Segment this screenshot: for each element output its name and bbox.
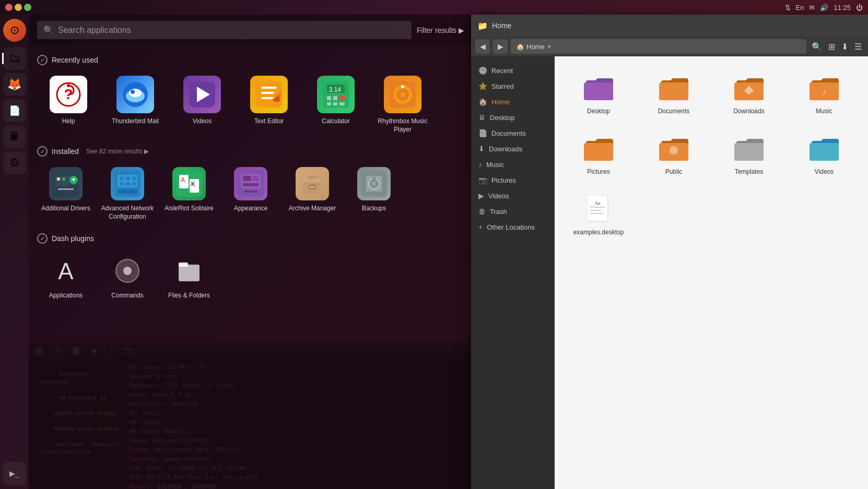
recently-used-header: ✓ Recently used: [37, 55, 464, 65]
fm-home-icon: 🏠: [516, 43, 524, 51]
videos-folder-label: Videos: [815, 168, 834, 175]
solitaire-label: AisleRiot Solitaire: [165, 205, 214, 213]
fm-sidebar-music[interactable]: ♪ Music: [471, 157, 555, 172]
mail-icon: ✉: [809, 4, 815, 11]
documents-folder-label: Documents: [658, 108, 690, 115]
launcher-icon-files[interactable]: 🗂: [3, 47, 26, 70]
launcher-icon-calc[interactable]: 🖩: [3, 125, 26, 148]
launcher-icon-terminal[interactable]: ▶_: [3, 462, 26, 485]
svg-rect-43: [126, 182, 130, 185]
pictures-folder-label: Pictures: [587, 168, 609, 175]
thunderbird-icon: [116, 76, 154, 113]
app-help[interactable]: ? Help: [37, 71, 100, 138]
see-more-link[interactable]: See 82 more results ▶: [86, 148, 149, 155]
installed-grid: Additional Drivers Ad: [37, 163, 464, 225]
svg-rect-45: [118, 189, 137, 194]
fm-sidebar-desktop[interactable]: 🖥 Desktop: [471, 110, 555, 125]
app-thunderbird[interactable]: Thunderbird Mail: [104, 71, 167, 138]
plugin-files-folders[interactable]: Files & Folders: [160, 250, 218, 304]
fm-sidebar-pictures[interactable]: 📷 Pictures: [471, 172, 555, 188]
fm-menu-button[interactable]: ☰: [852, 40, 864, 54]
app-backups[interactable]: Backups: [345, 163, 403, 225]
calc-icon: 🖩: [9, 130, 20, 144]
videos-label: Videos: [193, 117, 212, 126]
installed-check-icon: ✓: [37, 146, 48, 157]
svg-point-6: [131, 90, 135, 94]
search-input[interactable]: [58, 26, 405, 35]
dash-button[interactable]: ⊙: [3, 19, 26, 42]
svg-rect-56: [244, 190, 257, 193]
dash-overlay: 🔍 Filter results ▶ ✓ Recently used ?: [29, 15, 473, 489]
public-folder-icon: [657, 132, 690, 165]
launcher-icon-firefox[interactable]: 🦊: [3, 73, 26, 96]
fm-forward-button[interactable]: ▶: [493, 39, 508, 54]
additional-drivers-icon: [49, 167, 83, 200]
fm-file-documents[interactable]: Documents: [640, 67, 707, 119]
fm-sidebar-videos-label: Videos: [488, 192, 509, 200]
launcher-icon-libreoffice[interactable]: 📄: [3, 99, 26, 122]
app-rhythmbox[interactable]: Rhythmbox Music Player: [371, 71, 434, 138]
plugins-check-icon: ✓: [37, 233, 48, 244]
svg-point-28: [401, 85, 404, 88]
fm-file-downloads[interactable]: Downloads: [715, 67, 782, 119]
help-icon: ?: [50, 76, 87, 113]
fm-sidebar-downloads[interactable]: ⬇ Downloads: [471, 141, 555, 157]
fm-file-desktop[interactable]: Desktop: [565, 67, 632, 119]
language-indicator: En: [796, 4, 804, 11]
fm-file-pictures[interactable]: Pictures: [565, 127, 632, 180]
app-texteditor[interactable]: Text Editor: [238, 71, 300, 138]
app-appearance[interactable]: Appearance: [222, 163, 279, 225]
volume-icon: 🔊: [820, 4, 828, 11]
maximize-button[interactable]: [24, 4, 31, 11]
power-icon[interactable]: ⏻: [856, 4, 863, 11]
fm-sidebar-videos[interactable]: ▶ Videos: [471, 188, 555, 204]
svg-rect-19: [333, 96, 337, 100]
fm-back-button[interactable]: ◀: [475, 39, 490, 54]
fm-file-videos[interactable]: Videos: [791, 127, 858, 180]
fm-sidebar-recent[interactable]: 🕐 Recent: [471, 63, 555, 78]
plugin-commands[interactable]: Commands: [99, 250, 156, 304]
public-folder-label: Public: [665, 168, 683, 175]
applications-plugin-icon: A: [49, 254, 83, 288]
fm-sort-button[interactable]: ⬇: [839, 40, 850, 54]
fm-file-examples-desktop[interactable]: Aa examples.desktop: [565, 188, 632, 240]
search-input-wrap[interactable]: 🔍: [37, 21, 412, 39]
fm-sidebar-other-locations[interactable]: + Other Locations: [471, 219, 555, 235]
close-button[interactable]: [5, 4, 13, 11]
fm-sidebar-documents[interactable]: 📄 Documents: [471, 125, 555, 141]
svg-rect-87: [590, 210, 602, 211]
appearance-label: Appearance: [234, 205, 268, 213]
plugin-applications[interactable]: A Applications: [37, 250, 95, 304]
applications-plugin-label: Applications: [49, 292, 83, 300]
fm-file-music[interactable]: ♪ Music: [791, 67, 858, 119]
app-archive[interactable]: Archive Manager: [284, 163, 341, 225]
fm-sidebar-trash[interactable]: 🗑 Trash: [471, 204, 555, 219]
app-network-config[interactable]: Advanced Network Configuration: [99, 163, 156, 225]
fm-sidebar-desktop-label: Desktop: [490, 114, 515, 122]
music-folder-icon: ♪: [807, 71, 841, 104]
fm-sidebar-starred[interactable]: ⭐ Starred: [471, 78, 555, 94]
app-videos[interactable]: Videos: [171, 71, 233, 138]
app-solitaire[interactable]: A K AisleRiot Solitaire: [160, 163, 218, 225]
fm-view-toggle-button[interactable]: ⊞: [826, 40, 837, 54]
app-additional-drivers[interactable]: Additional Drivers: [37, 163, 95, 225]
fm-file-public[interactable]: Public: [640, 127, 707, 180]
app-calculator[interactable]: 3.14 Calculator: [304, 71, 367, 138]
documents-folder-icon: [657, 71, 690, 104]
libreoffice-icon: 📄: [9, 105, 20, 116]
recently-used-grid: ? Help Thunderbird Mail: [37, 71, 464, 138]
launcher-icon-settings[interactable]: ⚙: [3, 151, 26, 174]
recent-icon: 🕐: [478, 66, 487, 75]
fm-file-templates[interactable]: Templates: [715, 127, 782, 180]
fm-sidebar-pictures-label: Pictures: [491, 176, 516, 184]
svg-rect-42: [120, 182, 124, 185]
filter-results-button[interactable]: Filter results ▶: [417, 26, 464, 34]
svg-rect-23: [339, 102, 345, 105]
fm-sidebar-home[interactable]: 🏠 Home: [471, 94, 555, 110]
minimize-button[interactable]: [15, 4, 22, 11]
fm-path-dropdown[interactable]: ▼: [547, 44, 552, 50]
fm-search-button[interactable]: 🔍: [810, 40, 824, 54]
fm-sidebar-other-locations-label: Other Locations: [487, 223, 535, 231]
files-folders-plugin-label: Files & Folders: [168, 292, 210, 300]
help-label: Help: [62, 117, 75, 126]
